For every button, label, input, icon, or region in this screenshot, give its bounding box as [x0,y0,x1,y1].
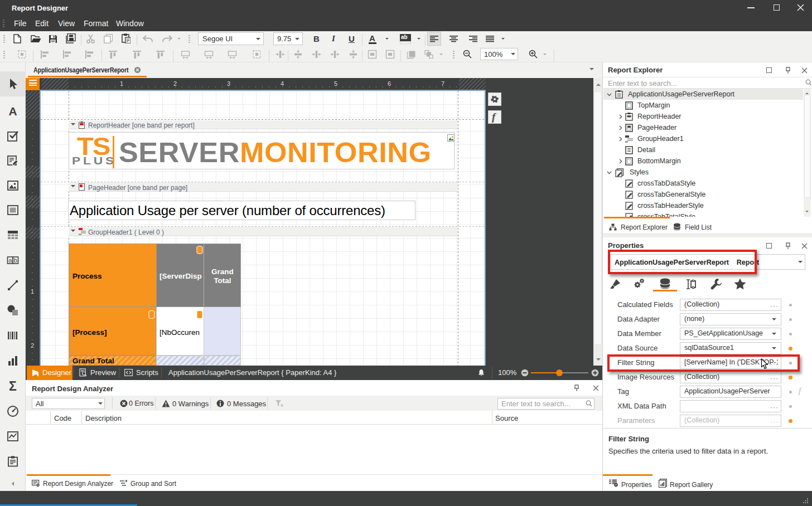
svg-text:A: A [8,105,17,118]
svg-text:a: a [8,257,12,264]
svg-text:b: b [14,257,17,264]
svg-text:Σ: Σ [9,380,17,392]
